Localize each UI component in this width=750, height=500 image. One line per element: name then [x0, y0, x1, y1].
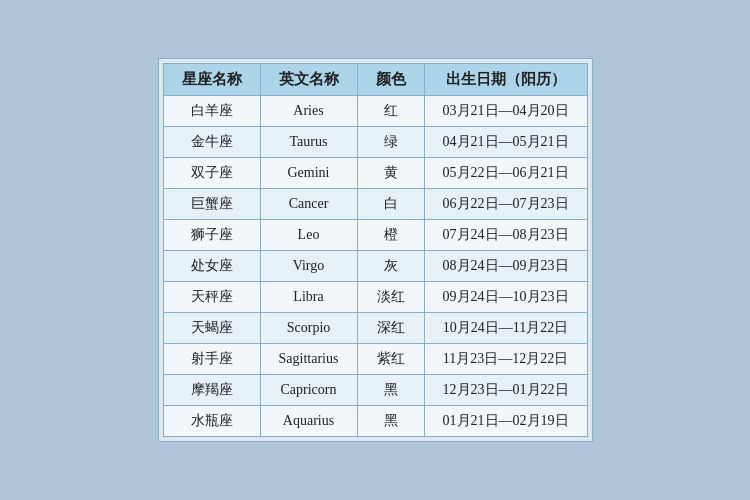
cell-dates: 05月22日—06月21日: [424, 158, 587, 189]
cell-chinese: 金牛座: [163, 127, 260, 158]
cell-chinese: 白羊座: [163, 96, 260, 127]
cell-color: 灰: [357, 251, 424, 282]
table-header-row: 星座名称 英文名称 颜色 出生日期（阳历）: [163, 64, 587, 96]
cell-chinese: 巨蟹座: [163, 189, 260, 220]
cell-color: 红: [357, 96, 424, 127]
cell-chinese: 摩羯座: [163, 375, 260, 406]
header-dates: 出生日期（阳历）: [424, 64, 587, 96]
cell-dates: 08月24日—09月23日: [424, 251, 587, 282]
table-row: 白羊座Aries红03月21日—04月20日: [163, 96, 587, 127]
table-row: 双子座Gemini黄05月22日—06月21日: [163, 158, 587, 189]
cell-english: Aries: [260, 96, 357, 127]
zodiac-table: 星座名称 英文名称 颜色 出生日期（阳历） 白羊座Aries红03月21日—04…: [163, 63, 588, 437]
cell-dates: 04月21日—05月21日: [424, 127, 587, 158]
cell-chinese: 狮子座: [163, 220, 260, 251]
cell-color: 黑: [357, 406, 424, 437]
cell-color: 黑: [357, 375, 424, 406]
cell-dates: 03月21日—04月20日: [424, 96, 587, 127]
cell-color: 白: [357, 189, 424, 220]
header-english: 英文名称: [260, 64, 357, 96]
cell-english: Virgo: [260, 251, 357, 282]
table-row: 射手座Sagittarius紫红11月23日—12月22日: [163, 344, 587, 375]
cell-english: Capricorn: [260, 375, 357, 406]
cell-dates: 12月23日—01月22日: [424, 375, 587, 406]
cell-color: 深红: [357, 313, 424, 344]
cell-english: Taurus: [260, 127, 357, 158]
cell-chinese: 水瓶座: [163, 406, 260, 437]
table-row: 处女座Virgo灰08月24日—09月23日: [163, 251, 587, 282]
cell-color: 淡红: [357, 282, 424, 313]
cell-dates: 10月24日—11月22日: [424, 313, 587, 344]
cell-color: 紫红: [357, 344, 424, 375]
cell-dates: 11月23日—12月22日: [424, 344, 587, 375]
cell-english: Leo: [260, 220, 357, 251]
cell-color: 黄: [357, 158, 424, 189]
cell-english: Libra: [260, 282, 357, 313]
cell-color: 绿: [357, 127, 424, 158]
table-row: 天蝎座Scorpio深红10月24日—11月22日: [163, 313, 587, 344]
cell-chinese: 射手座: [163, 344, 260, 375]
cell-chinese: 处女座: [163, 251, 260, 282]
cell-chinese: 天蝎座: [163, 313, 260, 344]
cell-english: Aquarius: [260, 406, 357, 437]
cell-color: 橙: [357, 220, 424, 251]
cell-dates: 01月21日—02月19日: [424, 406, 587, 437]
cell-english: Cancer: [260, 189, 357, 220]
header-color: 颜色: [357, 64, 424, 96]
cell-dates: 06月22日—07月23日: [424, 189, 587, 220]
cell-dates: 07月24日—08月23日: [424, 220, 587, 251]
table-row: 摩羯座Capricorn黑12月23日—01月22日: [163, 375, 587, 406]
cell-chinese: 天秤座: [163, 282, 260, 313]
cell-english: Scorpio: [260, 313, 357, 344]
table-row: 金牛座Taurus绿04月21日—05月21日: [163, 127, 587, 158]
zodiac-table-container: 星座名称 英文名称 颜色 出生日期（阳历） 白羊座Aries红03月21日—04…: [158, 58, 593, 442]
table-row: 巨蟹座Cancer白06月22日—07月23日: [163, 189, 587, 220]
table-row: 天秤座Libra淡红09月24日—10月23日: [163, 282, 587, 313]
header-chinese: 星座名称: [163, 64, 260, 96]
cell-chinese: 双子座: [163, 158, 260, 189]
cell-english: Sagittarius: [260, 344, 357, 375]
cell-english: Gemini: [260, 158, 357, 189]
table-row: 水瓶座Aquarius黑01月21日—02月19日: [163, 406, 587, 437]
table-row: 狮子座Leo橙07月24日—08月23日: [163, 220, 587, 251]
cell-dates: 09月24日—10月23日: [424, 282, 587, 313]
